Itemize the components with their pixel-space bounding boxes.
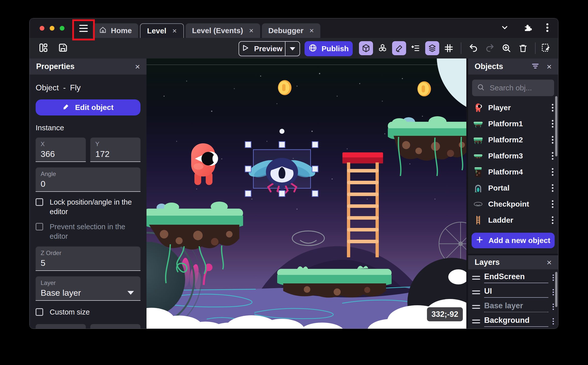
coin-sprite[interactable] (278, 80, 291, 95)
drag-handle-icon[interactable] (472, 320, 480, 323)
globe-icon (309, 44, 317, 54)
tab-level[interactable]: Level × (140, 23, 184, 38)
grid-icon[interactable] (442, 41, 456, 55)
object-list-item[interactable]: Checkpoint (468, 196, 558, 212)
tab-close-icon[interactable]: × (172, 27, 177, 35)
object-thumbnail (473, 134, 484, 145)
object-list-item[interactable]: Platform3 (468, 148, 558, 164)
object-menu-icon[interactable] (552, 216, 554, 225)
object-list-item[interactable]: Portal (468, 180, 558, 196)
layer-name[interactable]: EndScreen (484, 272, 548, 283)
layer-select[interactable]: Layer Base layer (36, 276, 140, 301)
objects-panel: Objects × Player Platform1 (468, 58, 558, 254)
drag-handle-icon[interactable] (472, 276, 480, 280)
tab-label: Level (147, 27, 166, 35)
angle-field[interactable]: Angle 0 (36, 167, 140, 192)
layer-name[interactable]: Background (484, 316, 548, 327)
drag-handle-icon[interactable] (472, 290, 480, 294)
zoom-in-icon[interactable] (499, 41, 513, 55)
zoom-window-button[interactable] (60, 26, 64, 31)
object-thumbnail (473, 199, 484, 210)
objects-list-icon[interactable] (376, 41, 390, 55)
object-list-item[interactable]: Platform2 (468, 132, 558, 148)
preview-button[interactable]: Preview (239, 41, 300, 56)
object-menu-icon[interactable] (552, 103, 554, 112)
custom-size-checkbox[interactable]: Custom size (36, 307, 140, 317)
z-order-field[interactable]: Z Order 5 (36, 247, 140, 271)
object-menu-icon[interactable] (552, 200, 554, 209)
panel-close-icon[interactable]: × (135, 62, 140, 72)
layers-panel: Layers × EndScreen UI Base layer Backgro… (468, 255, 558, 329)
layer-menu-icon[interactable] (552, 318, 554, 325)
panel-close-icon[interactable]: × (547, 62, 552, 72)
minimize-window-button[interactable] (50, 26, 54, 31)
undo-icon[interactable] (466, 41, 480, 55)
add-new-object-button[interactable]: Add a new object (472, 233, 555, 248)
edit-mode-pencil-icon[interactable] (392, 41, 406, 55)
edit-scene-properties-icon[interactable] (541, 43, 551, 54)
layer-menu-icon[interactable] (552, 303, 554, 311)
layer-list-item[interactable]: Background (468, 314, 558, 329)
tab-close-icon[interactable]: × (249, 26, 254, 35)
object-name: Portal (488, 184, 547, 192)
tab-home[interactable]: Home (93, 23, 138, 38)
extensions-puzzle-icon[interactable] (523, 23, 532, 33)
objects-search-box[interactable] (472, 80, 554, 96)
layer-name[interactable]: UI (484, 287, 548, 298)
layers-list: EndScreen UI Base layer Background (468, 270, 558, 329)
layer-list-item[interactable]: UI (468, 285, 558, 299)
preview-label: Preview (254, 44, 282, 53)
x-position-field[interactable]: X 366 (36, 138, 86, 162)
panel-close-icon[interactable]: × (547, 258, 552, 267)
object-list-item[interactable]: Player (468, 100, 558, 116)
edit-object-button[interactable]: Edit object (36, 99, 140, 115)
redo-icon[interactable] (483, 41, 497, 55)
trash-icon[interactable] (516, 41, 530, 55)
kebab-menu-icon[interactable] (546, 23, 549, 33)
object-name: Ladder (488, 216, 547, 224)
lock-position-checkbox[interactable]: Lock position/angle in the editor (36, 197, 140, 216)
layers-panel-icon[interactable] (425, 41, 439, 55)
publish-button[interactable]: Publish (305, 41, 353, 56)
y-position-field[interactable]: Y 172 (90, 138, 140, 162)
panels-layout-icon[interactable] (38, 42, 49, 54)
scene-editor-canvas[interactable]: 332;-92 (146, 58, 467, 329)
object-list-item[interactable]: Platform1 (468, 116, 558, 132)
drag-handle-icon[interactable] (472, 305, 480, 309)
layers-scrollbar[interactable] (555, 272, 557, 307)
object-list-item[interactable]: Ladder (468, 212, 558, 228)
prevent-selection-checkbox[interactable]: Prevent selection in the editor (36, 222, 140, 241)
clipped-size-fields (36, 324, 140, 329)
instances-list-icon[interactable] (409, 41, 423, 55)
objects-scrollbar[interactable] (555, 96, 557, 156)
object-menu-icon[interactable] (552, 184, 554, 193)
layer-list-item[interactable]: Base layer (468, 299, 558, 314)
object-thumbnail (473, 118, 484, 129)
layer-name[interactable]: Base layer (484, 301, 548, 312)
platform-sprite[interactable] (277, 266, 392, 298)
object-menu-icon[interactable] (552, 119, 554, 128)
objects-search-input[interactable] (489, 83, 544, 92)
layer-menu-icon[interactable] (552, 274, 554, 281)
object-menu-icon[interactable] (552, 151, 554, 160)
preview-options-dropdown[interactable] (285, 42, 300, 56)
object-menu-icon[interactable] (552, 135, 554, 144)
save-icon[interactable] (58, 42, 68, 54)
tab-close-icon[interactable]: × (310, 26, 314, 35)
object-menu-icon[interactable] (552, 167, 554, 176)
layer-list-item[interactable]: EndScreen (468, 270, 558, 285)
close-window-button[interactable] (40, 26, 44, 31)
object-name: Platform4 (488, 168, 547, 176)
toggle-3d-view-icon[interactable] (359, 41, 373, 55)
coin-sprite[interactable] (417, 81, 431, 96)
app-window: Home Level × Level (Events) × Debugger × (29, 18, 558, 329)
objects-list: Player Platform1 Platform2 Platform3 Pla… (468, 100, 558, 228)
tab-level-events[interactable]: Level (Events) × (186, 23, 260, 38)
object-thumbnail (473, 150, 484, 161)
titlebar: Home Level × Level (Events) × Debugger × (30, 18, 558, 38)
chevron-down-icon[interactable] (500, 23, 509, 33)
object-list-item[interactable]: Platform4 (468, 164, 558, 180)
layer-menu-icon[interactable] (552, 288, 554, 296)
filter-icon[interactable] (532, 63, 539, 70)
tab-debugger[interactable]: Debugger × (262, 23, 321, 38)
